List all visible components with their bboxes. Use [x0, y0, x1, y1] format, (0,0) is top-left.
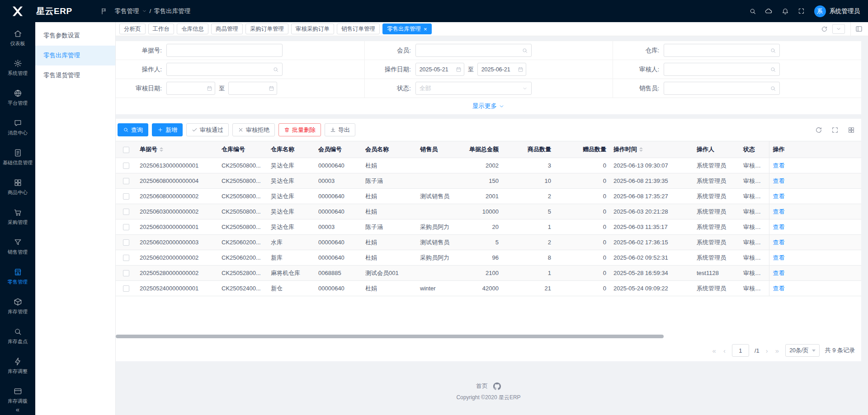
sidebar-item[interactable]: 零售管理: [0, 261, 35, 291]
column-header[interactable]: 仓库编号: [218, 141, 267, 158]
tab-item[interactable]: 采购订单管理: [245, 23, 288, 34]
add-button[interactable]: 新增: [152, 123, 183, 136]
tab-item[interactable]: 商品管理: [211, 23, 243, 34]
column-header[interactable]: 仓库名称: [267, 141, 315, 158]
tab-item[interactable]: 工作台: [148, 23, 175, 34]
column-header[interactable]: 操作人: [693, 141, 740, 158]
column-header[interactable]: 会员名称: [362, 141, 416, 158]
sidebar-item[interactable]: 销售管理: [0, 232, 35, 261]
column-header[interactable]: 单据号: [136, 141, 218, 158]
query-button[interactable]: 查询: [118, 123, 148, 136]
row-checkbox[interactable]: [123, 209, 129, 215]
sidebar-item[interactable]: 库存管理: [0, 291, 35, 321]
row-checkbox[interactable]: [123, 178, 129, 184]
sidebar-item[interactable]: 库存盘点: [0, 321, 35, 351]
row-checkbox[interactable]: [123, 255, 129, 261]
batch-delete-button[interactable]: 批量删除: [278, 123, 321, 136]
status-select[interactable]: 全部: [415, 82, 532, 95]
footer-home-link[interactable]: 首页: [476, 382, 488, 390]
avatar[interactable]: 系: [814, 5, 826, 17]
tab-item[interactable]: 仓库信息: [177, 23, 208, 34]
sort-icon[interactable]: [160, 147, 163, 152]
prev-page-button[interactable]: ‹: [722, 347, 726, 354]
operator-input[interactable]: [166, 63, 283, 76]
view-link[interactable]: 查看: [773, 254, 785, 261]
auditor-input[interactable]: [664, 63, 780, 76]
audit-approve-button[interactable]: 审核通过: [186, 123, 229, 136]
refresh-tabs-icon[interactable]: [821, 26, 828, 33]
audit-reject-button[interactable]: 审核拒绝: [232, 123, 275, 136]
column-header[interactable]: 商品数量: [502, 141, 555, 158]
table-fullscreen-icon[interactable]: [831, 126, 839, 134]
row-checkbox[interactable]: [123, 224, 129, 230]
view-link[interactable]: 查看: [773, 239, 785, 246]
bill-no-input[interactable]: [166, 44, 283, 57]
operate-date-from-input[interactable]: [415, 63, 464, 76]
select-all-checkbox[interactable]: [123, 147, 129, 153]
column-header[interactable]: 销售员: [416, 141, 461, 158]
layout-toggle-icon[interactable]: [850, 22, 863, 36]
row-checkbox[interactable]: [123, 193, 129, 200]
sidebar-item[interactable]: 消息中心: [0, 112, 35, 142]
row-checkbox[interactable]: [123, 285, 129, 292]
sidebar-item[interactable]: 平台管理: [0, 83, 35, 112]
export-button[interactable]: 导出: [325, 123, 355, 136]
sidebar-item[interactable]: 基础信息管理: [0, 142, 35, 172]
row-checkbox[interactable]: [123, 163, 129, 169]
view-link[interactable]: 查看: [773, 270, 785, 276]
salesman-input[interactable]: [664, 82, 780, 95]
column-header[interactable]: 状态: [740, 141, 769, 158]
tab-item[interactable]: 零售出库管理×: [382, 23, 432, 34]
sidebar-item[interactable]: 仪表板: [0, 23, 35, 53]
column-settings-icon[interactable]: [848, 126, 855, 134]
audit-date-to-input[interactable]: [228, 82, 277, 95]
sidebar-collapse-button[interactable]: «: [0, 403, 35, 415]
submenu-item[interactable]: 零售出库管理: [35, 46, 115, 65]
search-icon[interactable]: [745, 0, 761, 22]
sidebar-item[interactable]: 库存调整: [0, 351, 35, 381]
fullscreen-icon[interactable]: [793, 0, 810, 22]
submenu-item[interactable]: 零售退货管理: [35, 65, 115, 85]
sidebar-item[interactable]: 系统管理: [0, 53, 35, 83]
github-icon[interactable]: [493, 382, 501, 390]
operate-date-to-input[interactable]: [477, 63, 526, 76]
page-input[interactable]: [732, 344, 749, 357]
first-page-button[interactable]: «: [712, 347, 717, 354]
row-checkbox[interactable]: [123, 270, 129, 276]
view-link[interactable]: 查看: [773, 208, 785, 215]
column-header[interactable]: 赠品数量: [555, 141, 610, 158]
member-input[interactable]: [415, 44, 532, 57]
column-header[interactable]: 操作时间: [610, 141, 693, 158]
tab-item[interactable]: 销售订单管理: [337, 23, 380, 34]
cloud-icon[interactable]: [761, 0, 777, 22]
refresh-table-icon[interactable]: [815, 126, 822, 134]
scrollbar-thumb[interactable]: [116, 335, 664, 338]
column-header[interactable]: 会员编号: [315, 141, 362, 158]
view-link[interactable]: 查看: [773, 177, 785, 184]
view-link[interactable]: 查看: [773, 224, 785, 230]
warehouse-input[interactable]: [664, 44, 780, 57]
view-link[interactable]: 查看: [773, 193, 785, 200]
close-tab-icon[interactable]: ×: [424, 26, 427, 32]
tabs-menu-button[interactable]: [832, 24, 845, 34]
submenu-item[interactable]: 零售参数设置: [35, 26, 115, 46]
audit-date-from-input[interactable]: [166, 82, 215, 95]
logo[interactable]: [0, 5, 35, 18]
tab-item[interactable]: 审核采购订单: [291, 23, 334, 34]
view-link[interactable]: 查看: [773, 162, 785, 169]
tab-item[interactable]: 分析页: [119, 23, 146, 34]
sidebar-item[interactable]: 采购管理: [0, 202, 35, 232]
last-page-button[interactable]: »: [774, 347, 780, 354]
view-link[interactable]: 查看: [773, 285, 785, 292]
show-more-link[interactable]: 显示更多: [472, 102, 505, 110]
page-size-select[interactable]: 20条/页: [785, 344, 819, 357]
user-name[interactable]: 系统管理员: [830, 7, 860, 15]
next-page-button[interactable]: ›: [765, 347, 769, 354]
breadcrumb-root[interactable]: 零售管理: [115, 7, 139, 15]
row-checkbox[interactable]: [123, 239, 129, 246]
column-header[interactable]: 操作: [769, 141, 861, 158]
bell-icon[interactable]: [777, 0, 793, 22]
sort-icon[interactable]: [639, 147, 643, 152]
sidebar-item[interactable]: 商品中心: [0, 172, 35, 202]
column-header[interactable]: 单据总金额: [461, 141, 502, 158]
